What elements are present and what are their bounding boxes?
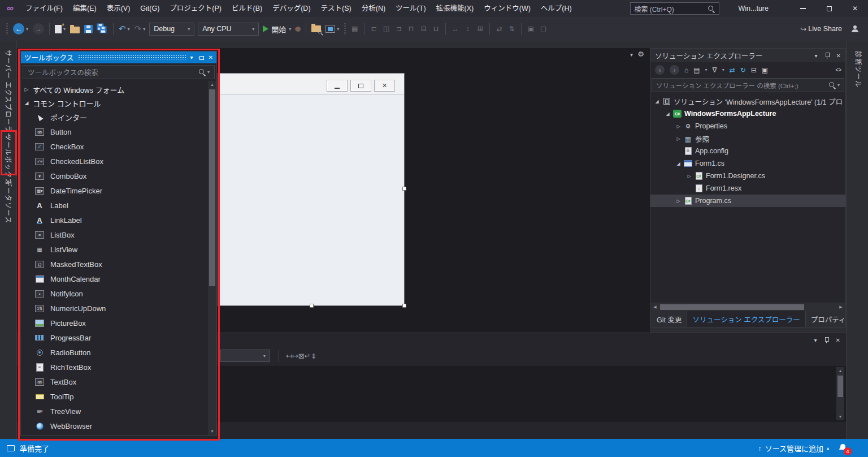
- live-share-button[interactable]: ↪Live Share: [798, 23, 844, 35]
- toolbox-item[interactable]: ProgressBar: [21, 330, 208, 345]
- resize-handle-bottom[interactable]: [310, 304, 314, 308]
- save-button[interactable]: [82, 23, 95, 35]
- toolbox-group-header[interactable]: ◢コモン コントロール: [21, 96, 208, 110]
- pane-options-icon[interactable]: ▾: [630, 51, 633, 58]
- align-lefts-icon[interactable]: ⊏: [368, 25, 380, 33]
- auto-hide-pin-icon[interactable]: [823, 337, 830, 344]
- screenshot-button[interactable]: ▾: [323, 23, 341, 35]
- same-height-icon[interactable]: ↕: [462, 25, 474, 33]
- menu-item[interactable]: ヘルプ(H): [536, 0, 577, 17]
- toolbox-group-header[interactable]: ▷すべての Windows フォーム: [21, 83, 208, 96]
- toolbar-grip[interactable]: [6, 23, 8, 35]
- scroll-up-icon[interactable]: ▲: [839, 367, 843, 374]
- align-to-grid-icon[interactable]: ▦: [349, 25, 361, 33]
- align-rights-icon[interactable]: ⊐: [393, 25, 405, 33]
- auto-hide-pin-icon[interactable]: [824, 52, 830, 59]
- tree-item[interactable]: ⚙App.config: [650, 145, 845, 157]
- output-source-dropdown[interactable]: ▾: [220, 350, 270, 362]
- toolbar-grip[interactable]: [344, 23, 346, 35]
- resize-handle-corner[interactable]: [402, 304, 406, 308]
- back-circle-icon[interactable]: ‹: [655, 65, 665, 75]
- toolbox-item[interactable]: ToolTip: [21, 389, 208, 404]
- close-icon[interactable]: ✕: [836, 53, 841, 59]
- minimize-button[interactable]: [790, 0, 816, 17]
- forward-circle-icon[interactable]: ›: [670, 65, 679, 75]
- toolbox-item[interactable]: MonthCalendar: [21, 271, 208, 286]
- find-in-files-button[interactable]: [309, 22, 323, 36]
- toolbox-header[interactable]: ツールボックス ▾ ✕: [21, 51, 216, 63]
- next-message-icon[interactable]: ↦: [292, 352, 298, 360]
- solution-search-box[interactable]: ソリューション エクスプローラー の検索 (Ctrl+;) ▾: [652, 78, 844, 92]
- expander-icon[interactable]: ◢: [653, 99, 661, 104]
- close-button[interactable]: ✕: [842, 0, 868, 17]
- toolbox-item[interactable]: ALinkLabel: [21, 213, 208, 227]
- solution-platforms-dropdown[interactable]: Any CPU▾: [198, 23, 259, 36]
- scroll-down-icon[interactable]: ▼: [210, 428, 214, 435]
- toolbox-item[interactable]: ≡ListBox: [21, 227, 208, 242]
- scrollbar-thumb[interactable]: [660, 304, 804, 310]
- open-file-button[interactable]: [68, 23, 82, 35]
- tab-toolbox[interactable]: ツールボックス: [4, 134, 14, 186]
- menu-item[interactable]: ウィンドウ(W): [479, 0, 536, 17]
- toolbox-group-header[interactable]: ▷コンテナー: [21, 433, 208, 435]
- toolbox-item[interactable]: ✓≡CheckedListBox: [21, 154, 208, 169]
- solution-configurations-dropdown[interactable]: Debug▾: [149, 23, 194, 36]
- window-position-icon[interactable]: ▾: [814, 337, 817, 343]
- menu-item[interactable]: 拡張機能(X): [431, 0, 479, 17]
- horizontal-spacing-icon[interactable]: ⇄: [493, 25, 505, 33]
- show-all-files-icon[interactable]: ▣: [762, 66, 768, 74]
- tree-item[interactable]: ◢Form1.cs: [650, 157, 845, 170]
- toolbox-item[interactable]: ▪NotifyIcon: [21, 286, 208, 301]
- scroll-left-icon[interactable]: ◀: [651, 305, 659, 309]
- toolbox-item[interactable]: 1⇅NumericUpDown: [21, 301, 208, 316]
- toolbox-item[interactable]: ポインター: [21, 110, 208, 124]
- start-debugging-button[interactable]: 開始▾: [261, 22, 293, 36]
- menu-item[interactable]: 分析(N): [357, 0, 390, 17]
- align-centers-icon[interactable]: ◫: [380, 25, 392, 33]
- undo-button[interactable]: ↶▾: [116, 22, 132, 36]
- clear-all-icon[interactable]: ⊠: [298, 352, 305, 360]
- resize-handle-right[interactable]: [402, 187, 406, 191]
- close-icon[interactable]: ✕: [836, 337, 840, 343]
- toolbox-search-box[interactable]: ツールボックスの検索 ▾: [23, 65, 215, 79]
- window-position-icon[interactable]: ▾: [815, 53, 818, 59]
- toolbox-item[interactable]: ▾ComboBox: [21, 169, 208, 183]
- toolbox-item[interactable]: (.)MaskedTextBox: [21, 257, 208, 271]
- toolbox-item[interactable]: ▦▾DateTimePicker: [21, 183, 208, 198]
- sync-icon[interactable]: ⇄: [730, 66, 735, 74]
- align-bottoms-icon[interactable]: ⊔: [430, 25, 442, 33]
- expander-icon[interactable]: ◢: [663, 111, 672, 117]
- word-wrap-icon[interactable]: ↵: [305, 352, 311, 360]
- new-project-button[interactable]: ▾: [53, 23, 68, 35]
- navigate-back-button[interactable]: ←▾: [11, 21, 31, 36]
- bring-to-front-icon[interactable]: ▣: [525, 25, 537, 33]
- same-size-icon[interactable]: ⊞: [474, 25, 486, 33]
- expander-icon[interactable]: ▷: [674, 199, 683, 204]
- notifications-button[interactable]: 4: [839, 443, 847, 452]
- toolbox-scrollbar[interactable]: ▲ ▼: [208, 81, 216, 435]
- home-icon[interactable]: ⌂: [684, 66, 688, 74]
- tab-server-explorer[interactable]: サーバー エクスプローラー: [4, 50, 14, 140]
- vertical-scrollbar[interactable]: ▲ ▼: [836, 367, 844, 420]
- same-width-icon[interactable]: ↔: [449, 25, 461, 33]
- tab-data-sources[interactable]: データソース: [4, 180, 14, 223]
- toolbox-item[interactable]: ≡RichTextBox: [21, 360, 208, 374]
- restore-button[interactable]: [816, 0, 842, 17]
- toolbox-item[interactable]: PictureBox: [21, 316, 208, 330]
- pending-filter-icon[interactable]: ∇: [713, 66, 717, 74]
- tool-window-tab[interactable]: プロパティ: [806, 311, 851, 327]
- toolbox-item[interactable]: WebBrowser: [21, 419, 208, 433]
- tree-item[interactable]: ▷C#Program.cs: [650, 195, 845, 207]
- add-to-source-control-button[interactable]: ↑ ソース管理に追加 ▴: [758, 443, 829, 454]
- menu-item[interactable]: デバッグ(D): [267, 0, 315, 17]
- menu-item[interactable]: ファイル(F): [20, 0, 68, 17]
- toolbox-item[interactable]: ⊞≡TreeView: [21, 404, 208, 419]
- tree-item[interactable]: ◢ソリューション 'WindowsFormsAppLecture' (1/1 プ…: [650, 95, 845, 107]
- add-collaborator-button[interactable]: [849, 24, 861, 34]
- collapse-all-icon[interactable]: ⊟: [751, 66, 757, 74]
- menu-item[interactable]: 編集(E): [68, 0, 102, 17]
- horizontal-scrollbar[interactable]: ◀ ▶: [651, 303, 845, 311]
- align-tops-icon[interactable]: ⊓: [405, 25, 417, 33]
- menu-item[interactable]: ビルド(B): [227, 0, 267, 17]
- toolbox-item[interactable]: ▦ListView: [21, 242, 208, 257]
